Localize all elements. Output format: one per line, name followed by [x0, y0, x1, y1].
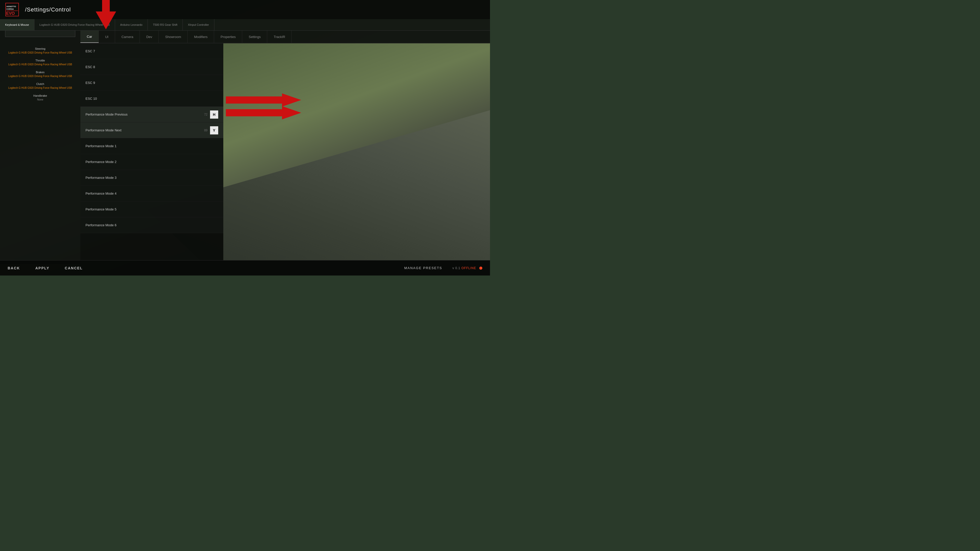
device-info-section: Steering Logitech G HUB G920 Driving For…: [5, 47, 75, 101]
bottom-bar: BACK APPLY CANCEL MANAGE PRESETS v 0.1 O…: [0, 260, 490, 275]
cat-tab-showroom[interactable]: Showroom: [159, 30, 188, 43]
key-badge-y[interactable]: Y: [210, 126, 218, 135]
throttle-info: Throttle Logitech G HUB G920 Driving For…: [5, 59, 75, 66]
table-row[interactable]: ESC 8: [80, 59, 223, 75]
arrow-right-next-indicator: [226, 106, 301, 121]
svg-marker-5: [96, 0, 116, 29]
device-tab-arduino[interactable]: Arduino Leonardo: [115, 19, 148, 30]
control-name: Performance Mode Previous: [86, 113, 204, 116]
table-row[interactable]: Performance Mode Previous 72 H: [80, 106, 223, 122]
brakes-value: Logitech G HUB G920 Driving Force Racing…: [5, 75, 75, 78]
cat-tab-dev[interactable]: Dev: [140, 30, 159, 43]
table-row[interactable]: Performance Mode 4: [80, 186, 223, 202]
table-row[interactable]: Performance Mode 5: [80, 202, 223, 218]
cancel-button[interactable]: CANCEL: [65, 266, 83, 270]
control-name: Performance Mode 6: [86, 223, 218, 227]
category-tabs: Car UI Camera Dev Showroom Modifiers Pro…: [80, 30, 490, 43]
arrow-right-prev-indicator: [226, 94, 301, 108]
svg-marker-7: [226, 106, 301, 119]
cat-tab-modifiers[interactable]: Modifiers: [188, 30, 214, 43]
steering-info: Steering Logitech G HUB G920 Driving For…: [5, 47, 75, 54]
cat-tab-camera[interactable]: Camera: [115, 30, 140, 43]
control-name: ESC 9: [86, 81, 218, 85]
control-name: ESC 7: [86, 49, 218, 53]
table-row[interactable]: ESC 10: [80, 91, 223, 106]
steering-label: Steering: [5, 47, 75, 50]
svg-marker-6: [226, 94, 301, 106]
steering-value: Logitech G HUB G920 Driving Force Racing…: [5, 51, 75, 54]
logo-area: ASSETTO CORSA EVO /Settings/Control: [5, 3, 71, 17]
cat-tab-ui[interactable]: UI: [99, 30, 115, 43]
control-id: 89: [204, 129, 207, 132]
handbrake-info: Handbrake None: [5, 94, 75, 101]
table-row[interactable]: Performance Mode 2: [80, 154, 223, 170]
control-name: Performance Mode 4: [86, 192, 218, 195]
device-tab-t500[interactable]: T500 RS Gear Shift: [148, 19, 183, 30]
throttle-value: Logitech G HUB G920 Driving Force Racing…: [5, 63, 75, 66]
throttle-label: Throttle: [5, 59, 75, 62]
clutch-value: Logitech G HUB G920 Driving Force Racing…: [5, 86, 75, 89]
breadcrumb: /Settings/Control: [25, 6, 71, 13]
clutch-label: Clutch: [5, 83, 75, 86]
table-row[interactable]: Performance Mode 3: [80, 170, 223, 186]
table-row[interactable]: Performance Mode Next 89 Y: [80, 122, 223, 138]
table-row[interactable]: ESC 9: [80, 75, 223, 91]
handbrake-value: None: [5, 98, 75, 101]
version-info: v 0.1 OFFLINE: [452, 266, 482, 270]
status-label: OFFLINE: [461, 266, 476, 270]
back-button[interactable]: BACK: [8, 266, 20, 270]
device-tab-xinput[interactable]: XInput Controller: [183, 19, 215, 30]
table-row[interactable]: Performance Mode 6: [80, 218, 223, 233]
cat-tab-car[interactable]: Car: [80, 30, 99, 43]
cat-tab-properties[interactable]: Properties: [214, 30, 242, 43]
device-tab-keyboard[interactable]: Keyboard & Mouse: [0, 19, 35, 30]
svg-text:CORSA: CORSA: [6, 8, 14, 10]
control-name: Performance Mode 1: [86, 144, 218, 148]
control-name: Performance Mode 3: [86, 176, 218, 179]
status-dot: [479, 267, 482, 270]
cat-tab-settings[interactable]: Settings: [242, 30, 267, 43]
clutch-info: Clutch Logitech G HUB G920 Driving Force…: [5, 83, 75, 89]
header-bar: ASSETTO CORSA EVO /Settings/Control: [0, 0, 490, 19]
control-name: Performance Mode 2: [86, 160, 218, 164]
manage-presets-button[interactable]: MANAGE PRESETS: [404, 266, 442, 270]
main-content: ESC 7 ESC 8 ESC 9 ESC 10 Performance Mod…: [80, 43, 223, 260]
control-name: Performance Mode Next: [86, 128, 204, 132]
table-row[interactable]: Performance Mode 1: [80, 138, 223, 154]
apply-button[interactable]: APPLY: [35, 266, 49, 270]
control-name: ESC 10: [86, 97, 218, 100]
brakes-label: Brakes: [5, 71, 75, 74]
table-row[interactable]: ESC 7: [80, 43, 223, 59]
left-sidebar: Search by Action Name Steering Logitech …: [0, 19, 80, 264]
brakes-info: Brakes Logitech G HUB G920 Driving Force…: [5, 71, 75, 78]
controls-list[interactable]: ESC 7 ESC 8 ESC 9 ESC 10 Performance Mod…: [80, 43, 223, 260]
key-badge-h[interactable]: H: [210, 110, 218, 119]
svg-text:ASSETTO: ASSETTO: [6, 5, 16, 8]
svg-text:EVO: EVO: [6, 11, 15, 16]
control-id: 72: [204, 113, 207, 116]
device-tabs: Keyboard & Mouse Logitech G HUB G920 Dri…: [0, 19, 490, 30]
ac-logo-icon: ASSETTO CORSA EVO: [5, 3, 19, 17]
handbrake-label: Handbrake: [5, 94, 75, 97]
arrow-down-indicator: [94, 0, 118, 30]
control-name: ESC 8: [86, 65, 218, 69]
cat-tab-trackir[interactable]: TrackIR: [267, 30, 292, 43]
control-name: Performance Mode 5: [86, 207, 218, 211]
